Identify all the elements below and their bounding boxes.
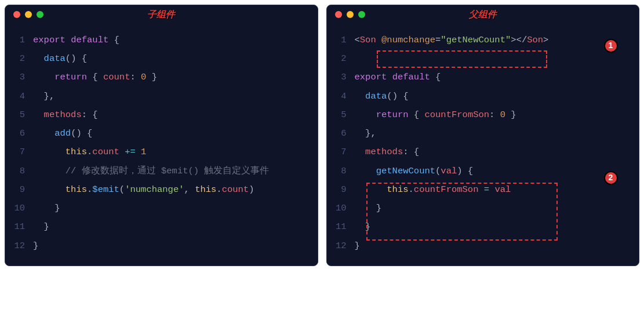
- line-content: },: [355, 124, 376, 143]
- line-content: }: [33, 237, 38, 255]
- line-content: methods: {: [355, 143, 420, 161]
- line-number: 12: [332, 237, 347, 255]
- line-content: getNewCount(val) {: [355, 162, 474, 180]
- code-panel-child: 子组件 1export default {2 data() {3 return …: [5, 5, 318, 266]
- line-content: this.countFromSon = val: [355, 180, 511, 199]
- maximize-dot-icon: [37, 11, 43, 18]
- line-content: }: [355, 199, 382, 217]
- line-number: 9: [10, 180, 25, 199]
- code-line: 11 }: [10, 217, 313, 236]
- line-number: 1: [332, 31, 347, 49]
- line-number: 7: [10, 143, 25, 161]
- line-number: 11: [332, 217, 347, 236]
- close-dot-icon: [13, 11, 20, 18]
- minimize-dot-icon: [25, 11, 32, 18]
- line-content: }: [355, 217, 371, 236]
- code-block-right: 1<Son @numchange="getNewCount"></Son>23e…: [327, 21, 639, 266]
- close-dot-icon: [335, 11, 342, 18]
- maximize-dot-icon: [358, 11, 365, 18]
- line-content: data() {: [33, 49, 87, 68]
- code-line: 5 methods: {: [10, 106, 313, 124]
- code-line: 7 this.count += 1: [10, 143, 313, 161]
- code-line: 8 getNewCount(val) {: [332, 162, 635, 180]
- line-content: data() {: [355, 87, 409, 106]
- line-content: },: [33, 87, 54, 106]
- line-content: export default {: [355, 68, 441, 86]
- line-number: 8: [332, 162, 347, 180]
- traffic-lights: [335, 11, 365, 18]
- line-content: return { countFromSon: 0 }: [355, 106, 516, 124]
- code-line: 8 // 修改数据时，通过 $emit() 触发自定义事件: [10, 162, 313, 180]
- line-number: 3: [10, 68, 25, 86]
- line-number: 1: [10, 31, 25, 49]
- panel-title-right: 父组件: [469, 9, 497, 21]
- line-number: 6: [332, 124, 347, 143]
- code-line: 1export default {: [10, 31, 313, 49]
- code-line: 11 }: [332, 217, 635, 236]
- line-number: 8: [10, 162, 25, 180]
- line-number: 7: [332, 143, 347, 161]
- code-line: 5 return { countFromSon: 0 }: [332, 106, 635, 124]
- line-content: }: [355, 237, 360, 255]
- code-line: 10 }: [10, 199, 313, 217]
- line-number: 5: [332, 106, 347, 124]
- code-line: 12}: [332, 237, 635, 255]
- code-line: 9 this.$emit('numchange', this.count): [10, 180, 313, 199]
- traffic-lights: [13, 11, 43, 18]
- code-line: 4 data() {: [332, 87, 635, 106]
- code-line: 4 },: [10, 87, 313, 106]
- line-number: 2: [10, 49, 25, 68]
- line-number: 12: [10, 237, 25, 255]
- line-number: 5: [10, 106, 25, 124]
- line-content: methods: {: [33, 106, 98, 124]
- code-line: 6 add() {: [10, 124, 313, 143]
- line-number: 10: [332, 199, 347, 217]
- code-line: 1<Son @numchange="getNewCount"></Son>: [332, 31, 635, 49]
- line-content: export default {: [33, 31, 119, 49]
- code-line: 2 data() {: [10, 49, 313, 68]
- line-number: 4: [332, 87, 347, 106]
- code-line: 10 }: [332, 199, 635, 217]
- line-content: }: [33, 217, 49, 236]
- code-line: 12}: [10, 237, 313, 255]
- line-content: return { count: 0 }: [33, 68, 157, 86]
- minimize-dot-icon: [347, 11, 354, 18]
- line-content: this.$emit('numchange', this.count): [33, 180, 254, 199]
- panel-title-left: 子组件: [147, 9, 175, 21]
- line-number: 4: [10, 87, 25, 106]
- code-line: 3 return { count: 0 }: [10, 68, 313, 86]
- line-number: 3: [332, 68, 347, 86]
- line-content: add() {: [33, 124, 92, 143]
- line-number: 9: [332, 180, 347, 199]
- line-content: <Son @numchange="getNewCount"></Son>: [355, 31, 549, 49]
- code-line: 2: [332, 49, 635, 68]
- code-panel-parent: 父组件 1<Son @numchange="getNewCount"></Son…: [326, 5, 640, 266]
- annotation-badge-2: 2: [604, 171, 618, 185]
- line-number: 6: [10, 124, 25, 143]
- line-number: 2: [332, 49, 347, 68]
- titlebar-right: 父组件: [327, 5, 639, 21]
- code-line: 7 methods: {: [332, 143, 635, 161]
- annotation-badge-1: 1: [604, 39, 618, 53]
- line-number: 11: [10, 217, 25, 236]
- line-content: this.count += 1: [33, 143, 146, 161]
- line-content: }: [33, 199, 60, 217]
- line-content: // 修改数据时，通过 $emit() 触发自定义事件: [33, 162, 269, 180]
- code-block-left: 1export default {2 data() {3 return { co…: [5, 21, 318, 266]
- code-line: 3export default {: [332, 68, 635, 86]
- code-line: 9 this.countFromSon = val: [332, 180, 635, 199]
- code-line: 6 },: [332, 124, 635, 143]
- line-number: 10: [10, 199, 25, 217]
- titlebar-left: 子组件: [5, 5, 318, 21]
